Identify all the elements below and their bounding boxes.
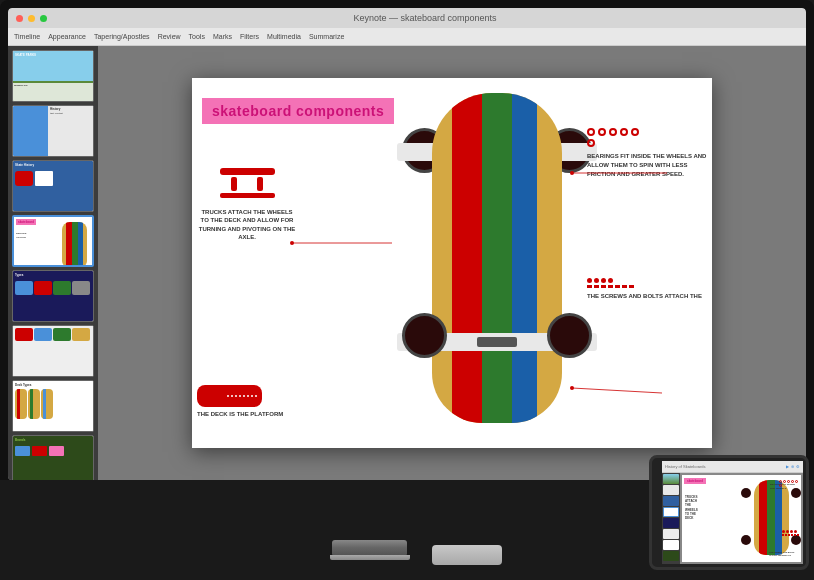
slide-thumb-3[interactable]: Skate History [12, 160, 94, 212]
minimize-dot[interactable] [28, 15, 35, 22]
bearing-6 [587, 139, 595, 147]
ipad-truck-text: TRUCKSATTACHTHEWHEELSTO THEDECK [685, 495, 698, 520]
bolt-3 [601, 285, 606, 288]
monitor-screen: Keynote — skateboard components Timeline… [8, 8, 806, 480]
hardware-area: History of Skateboards ▶ ⊕ ⚙ [0, 480, 814, 580]
keynote-main: SKATE PARKS skatepark info History [8, 46, 806, 480]
ipad-slide-title: skateboard [684, 478, 706, 484]
ipad-thumb-3[interactable] [663, 496, 679, 506]
wheel-bottom-left [402, 313, 447, 358]
bolt-4 [608, 285, 613, 288]
deck-body [432, 93, 562, 423]
ipad-title: History of Skateboards [665, 464, 705, 469]
mac-mini-base [330, 555, 410, 560]
ipad-bearing-dots [779, 480, 799, 487]
toolbar-appearance[interactable]: Appearance [48, 33, 86, 40]
screws-icon [587, 278, 707, 288]
ipad-screen: History of Skateboards ▶ ⊕ ⚙ [662, 461, 803, 564]
bolt-6 [622, 285, 627, 288]
toolbar-marks[interactable]: Marks [213, 33, 232, 40]
ipad-skateboard-mini [746, 480, 796, 560]
bearings-description: BEARINGS FIT INSIDE THE WHEELS AND ALLOW… [587, 152, 707, 179]
ipad-thumb-4[interactable] [663, 507, 679, 517]
screws-row-1 [587, 278, 707, 283]
toolbar-tapering[interactable]: Tapering/Apostles [94, 33, 150, 40]
bolt-7 [629, 285, 634, 288]
toolbar-review[interactable]: Review [158, 33, 181, 40]
ipad-stripe-red [759, 480, 767, 555]
right-content-panel: BEARINGS FIT INSIDE THE WHEELS AND ALLOW… [587, 128, 707, 179]
deck-dots [227, 395, 257, 397]
ipad-thumb-7[interactable] [663, 540, 679, 550]
ipad-canvas-area: skateboard [680, 473, 803, 564]
keynote-toolbar: Timeline Appearance Tapering/Apostles Re… [8, 28, 806, 46]
mac-mini-body [332, 540, 407, 555]
slide-thumb-7[interactable]: Deck Types [12, 380, 94, 432]
remote-body [432, 545, 502, 565]
bearing-4 [620, 128, 628, 136]
stripe-red [452, 93, 482, 423]
screw-1 [587, 278, 592, 283]
screws-row-2 [587, 285, 707, 288]
mac-mini [330, 540, 410, 560]
slide-panel[interactable]: SKATE PARKS skatepark info History [8, 46, 98, 480]
ipad-thumb-6[interactable] [663, 529, 679, 539]
monitor-frame: Keynote — skateboard components Timeline… [0, 0, 814, 580]
slide-title-box: skateboard components [202, 98, 394, 124]
ipad-slide-layout: skateboard [662, 473, 803, 564]
slide-thumb-4[interactable]: skateboard TRUCKSATTACH [12, 215, 94, 267]
fullscreen-dot[interactable] [40, 15, 47, 22]
slide-thumb-8[interactable]: Brands [12, 435, 94, 480]
ipad-screws-text: THE SCREWS AND BOLTS ATTACH THE DECK TO [769, 551, 799, 557]
bolt-5 [615, 285, 620, 288]
ipad[interactable]: History of Skateboards ▶ ⊕ ⚙ [649, 455, 809, 575]
toolbar-summarize[interactable]: Summarize [309, 33, 344, 40]
toolbar-tools[interactable]: Tools [189, 33, 205, 40]
slide-thumb-2[interactable]: History text content [12, 105, 94, 157]
ipad-thumb-8[interactable] [663, 551, 679, 561]
deck-icon-area: THE DECK IS THE PLATFORM [197, 385, 283, 418]
apple-remote [450, 545, 485, 565]
screws-description: THE SCREWS AND BOLTS ATTACH THE [587, 292, 707, 301]
ipad-stripe-blue [775, 480, 782, 555]
toolbar-multimedia[interactable]: Multimedia [267, 33, 301, 40]
toolbar-filters[interactable]: Filters [240, 33, 259, 40]
slide-thumb-5[interactable]: Types [12, 270, 94, 322]
deck-mini [197, 385, 262, 407]
window-title: Keynote — skateboard components [52, 13, 798, 23]
bolt-2 [594, 285, 599, 288]
macos-titlebar: Keynote — skateboard components [8, 8, 806, 28]
deck-label: THE DECK IS THE PLATFORM [197, 410, 283, 418]
screw-2 [594, 278, 599, 283]
ipad-deck [754, 480, 789, 555]
bearing-5 [631, 128, 639, 136]
close-dot[interactable] [16, 15, 23, 22]
bearing-1 [587, 128, 595, 136]
toolbar-timeline[interactable]: Timeline [14, 33, 40, 40]
ipad-frame: History of Skateboards ▶ ⊕ ⚙ [649, 455, 809, 570]
ipad-thumb-1[interactable] [663, 474, 679, 484]
wheel-bottom-right [547, 313, 592, 358]
main-slide: skateboard components [192, 78, 712, 448]
screw-3 [601, 278, 606, 283]
skateboard-deck [417, 93, 577, 448]
stripe-blue [512, 93, 537, 423]
ipad-thumb-strip [662, 473, 680, 564]
bearing-2 [598, 128, 606, 136]
truck-bottom-center [477, 337, 517, 347]
screw-4 [608, 278, 613, 283]
ipad-screws [782, 530, 799, 536]
slide-title-text: skateboard components [212, 103, 384, 119]
ipad-stripe-green [767, 480, 775, 555]
bearings-icon [587, 128, 647, 147]
slide-thumb-6[interactable] [12, 325, 94, 377]
ipad-slide-view: skateboard [682, 475, 801, 562]
ipad-titlebar: History of Skateboards ▶ ⊕ ⚙ [662, 461, 803, 473]
slide-canvas[interactable]: skateboard components [98, 46, 806, 480]
bearing-3 [609, 128, 617, 136]
ipad-thumb-5[interactable] [663, 518, 679, 528]
slide-thumb-1[interactable]: SKATE PARKS skatepark info [12, 50, 94, 102]
screws-section: THE SCREWS AND BOLTS ATTACH THE [587, 278, 707, 301]
ipad-thumb-2[interactable] [663, 485, 679, 495]
bolt-1 [587, 285, 592, 288]
